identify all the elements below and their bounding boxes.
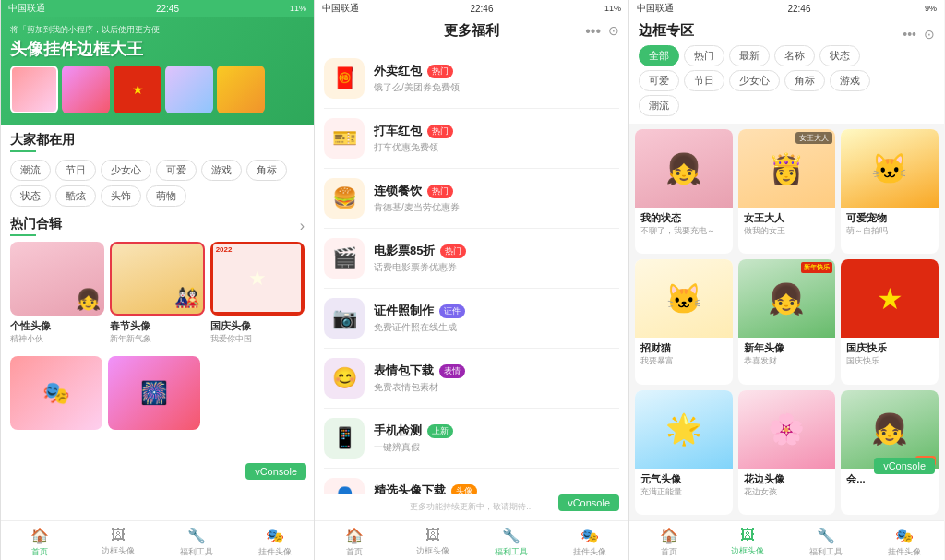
grid-item-0[interactable]: 👧 我的状态 不聊了，我要充电～	[635, 129, 733, 254]
status-bar-2: 中国联通 22:46 11%	[315, 0, 628, 17]
nav-welfare-1[interactable]: 🔧 福利工具	[158, 527, 236, 558]
filter-holiday[interactable]: 节日	[684, 70, 724, 91]
filter-badge[interactable]: 角标	[784, 70, 825, 91]
waimai-text: 外卖红包 热门 饿了么/美团券免费领	[374, 63, 619, 94]
hot-section: 热门合辑 › 👧 个性头像 精神小伙 🎎 春节头像 新年新气象	[1, 210, 314, 351]
more-icon-3[interactable]: •••	[903, 27, 916, 42]
banner-img-5[interactable]	[217, 66, 265, 113]
nav-border-label-2: 边框头像	[416, 545, 449, 557]
vconsole-btn-1[interactable]: vConsole	[245, 463, 306, 480]
dache-name: 打车红包	[374, 123, 422, 139]
hot-item-2-name: 国庆头像	[210, 319, 305, 333]
filter-game[interactable]: 游戏	[830, 70, 870, 91]
menu-item-bq[interactable]: 😊 表情包下载 表情 免费表情包素材	[324, 349, 619, 409]
tag-kuzhi[interactable]: 酷炫	[55, 185, 96, 207]
tag-mengwu[interactable]: 萌物	[146, 185, 186, 207]
more-item-1[interactable]: 🎆	[108, 356, 200, 430]
tag-jieri[interactable]: 节日	[55, 160, 96, 181]
sjjc-text: 手机检测 上新 一键辨真假	[374, 423, 619, 454]
tag-keai[interactable]: 可爱	[156, 160, 197, 181]
more-icon-2[interactable]: •••	[585, 23, 601, 40]
tag-youxi[interactable]: 游戏	[201, 160, 242, 181]
panel3-header-icons: ••• ⊙	[903, 27, 935, 42]
menu-item-zjz[interactable]: 📷 证件照制作 证件 免费证件照在线生成	[324, 289, 619, 349]
zjz-icon: 📷	[324, 298, 365, 339]
hot-item-1-sub: 新年新气象	[110, 333, 204, 345]
tag-shaonvxin[interactable]: 少女心	[101, 160, 151, 181]
more-item-0[interactable]: 🎭	[10, 356, 102, 430]
grid-item-7[interactable]: 🌸 花边头像 花边女孩	[738, 390, 836, 515]
grid-item-4[interactable]: 👧 新年快乐 新年头像 恭喜发财	[738, 259, 836, 384]
grid-item-2[interactable]: 🐱 可爱宠物 萌～自拍吗	[841, 129, 939, 254]
tag-chaoliu[interactable]: 潮流	[10, 160, 51, 181]
menu-item-jxtx[interactable]: 👤 精选头像下载 头像 免费头像素材	[324, 469, 619, 494]
nav-welfare-icon-2: 🔧	[502, 527, 520, 544]
menu-item-liansuo[interactable]: 🍔 连锁餐饮 热门 肯德基/麦当劳优惠券	[324, 169, 619, 229]
vconsole-btn-2[interactable]: vConsole	[558, 494, 619, 511]
banner-img-4[interactable]	[165, 66, 213, 113]
banner-subtitle: 将「剪加到我的小程序，以后使用更方便	[10, 24, 305, 36]
nav-pendant-1[interactable]: 🎭 挂件头像	[235, 527, 314, 558]
banner-images: ★	[10, 66, 305, 113]
grid-item-5[interactable]: ★ 国庆快乐 国庆快乐	[841, 259, 939, 384]
banner-img-2[interactable]	[62, 66, 110, 113]
filter-status[interactable]: 状态	[819, 45, 860, 66]
banner-img-1[interactable]	[10, 66, 58, 113]
grid-item-1[interactable]: 👸 女王大人 女王大人 做我的女王	[738, 129, 836, 254]
grid-img-3: 🐱	[635, 259, 733, 338]
nav-home-2[interactable]: 🏠 首页	[315, 527, 393, 558]
tag-zhuangtai[interactable]: 状态	[10, 185, 51, 207]
grid-info-2: 可爱宠物 萌～自拍吗	[841, 208, 939, 243]
menu-item-sjjc[interactable]: 📱 手机检测 上新 一键辨真假	[324, 409, 619, 469]
grid-name-1: 女王大人	[744, 211, 831, 225]
grid-sub-6: 充满正能量	[640, 486, 727, 498]
tag-jiaobiao[interactable]: 角标	[246, 160, 287, 181]
grid-sub-3: 我要暴富	[640, 355, 727, 367]
hot-item-0[interactable]: 👧 个性头像 精神小伙	[10, 242, 104, 345]
hot-item-2[interactable]: ★ 2022 国庆头像 我爱你中国	[210, 242, 305, 345]
grid-img-6: 🌟	[635, 390, 733, 469]
menu-item-dache[interactable]: 🎫 打车红包 热门 打车优惠免费领	[324, 109, 619, 169]
menu-list: 🧧 外卖红包 热门 饿了么/美团券免费领 🎫 打车红包 热门 打车优惠免费领	[315, 45, 628, 494]
nav-home-3[interactable]: 🏠 首页	[629, 527, 708, 558]
filter-name[interactable]: 名称	[774, 45, 815, 66]
dache-text: 打车红包 热门 打车优惠免费领	[374, 123, 619, 154]
dianying-desc: 话费电影票券优惠券	[374, 261, 619, 274]
nav-border-1[interactable]: 🖼 边框头像	[79, 527, 158, 558]
menu-item-dianying[interactable]: 🎬 电影票85折 热门 话费电影票券优惠券	[324, 229, 619, 289]
filter-hot[interactable]: 热门	[684, 45, 724, 66]
grid-sub-4: 恭喜发财	[744, 355, 831, 367]
banner: 将「剪加到我的小程序，以后使用更方便 头像挂件边框大王 ★	[1, 17, 314, 125]
grid-info-7: 花边头像 花边女孩	[738, 469, 836, 504]
nav-welfare-3[interactable]: 🔧 福利工具	[787, 527, 866, 558]
grid-item-6[interactable]: 🌟 元气头像 充满正能量	[635, 390, 733, 515]
nav-pendant-label-1: 挂件头像	[258, 546, 292, 558]
nav-home-1[interactable]: 🏠 首页	[1, 527, 79, 558]
hot-more-btn[interactable]: ›	[300, 218, 305, 234]
grid-name-4: 新年头像	[744, 341, 831, 355]
target-icon-2[interactable]: ⊙	[608, 23, 619, 40]
nav-border-3[interactable]: 🖼 边框头像	[708, 527, 786, 558]
filter-cute[interactable]: 可爱	[639, 70, 679, 91]
grid-item-8[interactable]: 👧 LV6 会...	[841, 390, 939, 515]
jxtx-badge: 头像	[451, 484, 477, 494]
hot-item-1[interactable]: 🎎 春节头像 新年新气象	[110, 242, 204, 345]
nav-pendant-3[interactable]: 🎭 挂件头像	[866, 527, 944, 558]
banner-img-3[interactable]: ★	[114, 66, 161, 113]
nav-welfare-label-1: 福利工具	[180, 546, 213, 558]
nav-border-2[interactable]: 🖼 边框头像	[393, 527, 472, 558]
filter-girly[interactable]: 少女心	[729, 70, 780, 91]
nav-pendant-2[interactable]: 🎭 挂件头像	[550, 527, 628, 558]
filter-trend[interactable]: 潮流	[639, 95, 679, 116]
nav-welfare-2[interactable]: 🔧 福利工具	[472, 527, 550, 558]
filter-all[interactable]: 全部	[639, 45, 679, 66]
liansuo-icon: 🍔	[324, 178, 365, 219]
target-icon-3[interactable]: ⊙	[924, 27, 935, 42]
vconsole-btn-3[interactable]: vConsole	[874, 458, 935, 474]
filter-new[interactable]: 最新	[729, 45, 770, 66]
menu-item-waimai[interactable]: 🧧 外卖红包 热门 饿了么/美团券免费领	[324, 49, 619, 109]
tag-toushi[interactable]: 头饰	[101, 185, 141, 207]
grid-item-3[interactable]: 🐱 招财猫 我要暴富	[635, 259, 733, 384]
sjjc-icon: 📱	[324, 418, 365, 459]
grid-sub-0: 不聊了，我要充电～	[640, 225, 727, 237]
